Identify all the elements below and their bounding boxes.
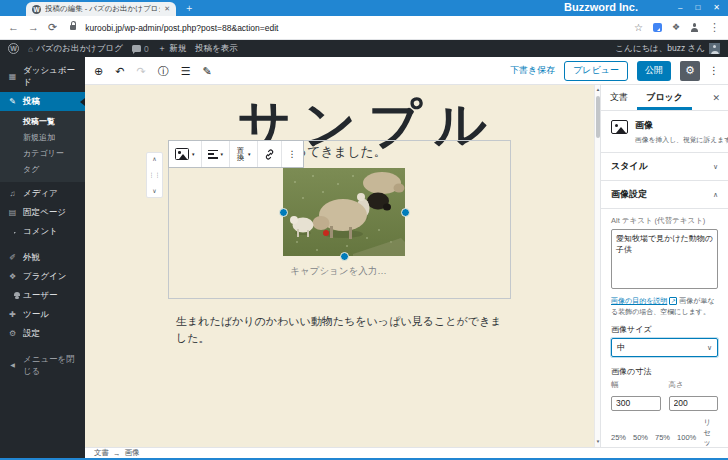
greeting-text[interactable]: こんにちは、buzz さん xyxy=(615,43,705,55)
panel-close-icon[interactable]: ✕ xyxy=(704,85,728,110)
resize-handle-bottom[interactable] xyxy=(340,252,349,261)
size-25-button[interactable]: 25% xyxy=(611,433,626,442)
list-view-icon[interactable]: ☰ xyxy=(181,65,191,77)
section-image-settings[interactable]: 画像設定 ∧ xyxy=(601,181,728,209)
star-icon[interactable]: ☆ xyxy=(634,22,643,33)
forward-icon[interactable]: → xyxy=(28,22,39,33)
view-post-label: 投稿を表示 xyxy=(195,43,238,55)
link-button[interactable] xyxy=(258,141,282,167)
browser-menu-icon[interactable]: ⋮ xyxy=(709,22,720,33)
lock-icon xyxy=(70,25,76,30)
collapse-icon: ◀ xyxy=(8,361,17,370)
plugins-icon: ❖ xyxy=(8,272,17,281)
size-50-button[interactable]: 50% xyxy=(633,433,648,442)
breadcrumb-image[interactable]: 画像 xyxy=(125,448,140,458)
sidebar-item-settings[interactable]: ⚙ 設定 xyxy=(0,324,85,343)
comment-bubble-icon xyxy=(132,45,141,52)
width-input[interactable] xyxy=(611,396,661,411)
resize-handle-left[interactable] xyxy=(279,208,288,217)
profile-icon[interactable] xyxy=(690,23,699,32)
browser-tab[interactable]: W 投稿の編集 - バズのお出かけブログ - ✕ xyxy=(26,2,176,16)
minimize-icon[interactable]: – xyxy=(678,3,682,12)
new-tab-button[interactable]: ＋ xyxy=(184,3,194,13)
avatar[interactable] xyxy=(709,43,720,54)
reload-icon[interactable]: ⟳ xyxy=(48,22,57,33)
tab-document[interactable]: 文書 xyxy=(601,85,637,110)
image-size-value: 中 xyxy=(617,342,626,354)
move-up-icon[interactable]: ∧ xyxy=(152,156,156,162)
post-image[interactable] xyxy=(283,168,405,256)
alt-help-link[interactable]: 画像の目的を説明 xyxy=(611,297,667,304)
back-icon[interactable]: ← xyxy=(8,22,19,33)
media-icon: ♫ xyxy=(8,189,17,198)
wordpress-logo-icon[interactable]: W xyxy=(8,43,19,54)
block-mover[interactable]: ∧ ⋮⋮ ∨ xyxy=(146,152,163,198)
chevron-up-icon: ∧ xyxy=(713,191,718,199)
sidebar-item-media[interactable]: ♫ メディア xyxy=(0,184,85,203)
paragraph-text[interactable]: 生まれたばかりのかわいい動物たちをいっぱい見ることができました。 xyxy=(176,313,506,346)
size-100-button[interactable]: 100% xyxy=(677,433,696,442)
size-75-button[interactable]: 75% xyxy=(655,433,670,442)
tab-title: 投稿の編集 - バズのお出かけブログ - xyxy=(45,4,160,14)
chevron-down-icon: ▾ xyxy=(221,151,224,157)
sidebar-item-users[interactable]: ユーザー xyxy=(0,286,85,305)
submenu-item-tags[interactable]: タグ xyxy=(0,161,85,177)
sidebar-item-dashboard[interactable]: ▦ ダッシュボード xyxy=(0,61,85,92)
drag-handle-icon[interactable]: ⋮⋮ xyxy=(149,172,161,178)
tab-close-icon[interactable]: ✕ xyxy=(164,5,170,13)
undo-icon[interactable]: ↶ xyxy=(115,65,124,77)
preview-button[interactable]: プレビュー xyxy=(564,61,628,81)
screenshot-extension-icon[interactable] xyxy=(653,23,662,32)
section-style[interactable]: スタイル ∨ xyxy=(601,153,728,181)
admin-bar-new[interactable]: ＋ 新規 xyxy=(158,43,187,55)
sidebar-item-appearance[interactable]: ✐ 外観 xyxy=(0,248,85,267)
replace-button[interactable]: 置換 ▾ xyxy=(230,141,258,167)
resize-handle-right[interactable] xyxy=(401,208,410,217)
sidebar-item-plugins[interactable]: ❖ プラグイン xyxy=(0,267,85,286)
image-size-select[interactable]: 中 ∨ xyxy=(611,338,718,357)
editor-header: ⊕ ↶ ↷ ⓘ ☰ ✎ 下書き保存 プレビュー 公開 ⚙ ⋮ xyxy=(85,57,728,85)
collapse-menu-button[interactable]: ◀ メニューを閉じる xyxy=(0,350,85,381)
align-icon xyxy=(208,150,218,159)
new-label: 新規 xyxy=(169,43,186,55)
wp-admin-bar: W ⌂ バズのお出かけブログ 0 ＋ 新規 投稿を表示 こんにちは、buzz さ… xyxy=(0,40,728,57)
breadcrumb-document[interactable]: 文書 xyxy=(94,448,109,458)
save-draft-button[interactable]: 下書き保存 xyxy=(510,64,555,77)
height-input[interactable] xyxy=(669,396,719,411)
extensions-icon[interactable]: ❖ xyxy=(672,22,680,33)
admin-bar-site[interactable]: ⌂ バズのお出かけブログ xyxy=(28,43,123,55)
wordpress-favicon-icon: W xyxy=(32,5,41,14)
publish-button[interactable]: 公開 xyxy=(637,61,671,81)
add-block-icon[interactable]: ⊕ xyxy=(94,65,103,77)
settings-gear-button[interactable]: ⚙ xyxy=(680,61,700,81)
browser-addressbar: ← → ⟳ kuroobi.jp/wp-admin/post.php?post=… xyxy=(0,16,728,40)
sidebar-item-comments[interactable]: コメント xyxy=(0,222,85,241)
alt-text-input[interactable]: 愛知牧場で見かけた動物の子供 xyxy=(611,229,718,289)
editor-more-icon[interactable]: ⋮ xyxy=(709,65,719,76)
caption-placeholder[interactable]: キャプションを入力… xyxy=(168,265,509,278)
admin-bar-view-post[interactable]: 投稿を表示 xyxy=(195,43,238,55)
submenu-item-add-new[interactable]: 新規追加 xyxy=(0,129,85,145)
block-more-button[interactable]: ⋮ xyxy=(282,141,303,167)
info-icon[interactable]: ⓘ xyxy=(158,65,169,77)
reset-button[interactable]: リセット xyxy=(703,418,718,448)
url-text[interactable]: kuroobi.jp/wp-admin/post.php?post=88&act… xyxy=(85,23,278,33)
tools-icon: ✚ xyxy=(8,310,17,319)
edit-mode-icon[interactable]: ✎ xyxy=(203,65,212,77)
redo-icon[interactable]: ↷ xyxy=(136,65,145,77)
block-switcher-button[interactable]: ▾ xyxy=(169,141,202,167)
tab-block[interactable]: ブロック xyxy=(637,85,692,110)
align-button[interactable]: ▾ xyxy=(202,141,231,167)
sidebar-item-pages[interactable]: ▤ 固定ページ xyxy=(0,203,85,222)
chevron-down-icon: ▾ xyxy=(248,151,251,157)
admin-bar-comments[interactable]: 0 xyxy=(132,44,149,54)
sidebar-item-posts[interactable]: ✎ 投稿 xyxy=(0,92,85,111)
maximize-icon[interactable]: □ xyxy=(695,3,700,12)
submenu-item-categories[interactable]: カテゴリー xyxy=(0,145,85,161)
image-size-label: 画像サイズ xyxy=(611,324,718,335)
link-icon xyxy=(264,149,275,160)
move-down-icon[interactable]: ∨ xyxy=(152,188,156,194)
submenu-item-all-posts[interactable]: 投稿一覧 xyxy=(0,113,85,129)
close-icon[interactable]: ✕ xyxy=(713,3,720,12)
sidebar-item-tools[interactable]: ✚ ツール xyxy=(0,305,85,324)
